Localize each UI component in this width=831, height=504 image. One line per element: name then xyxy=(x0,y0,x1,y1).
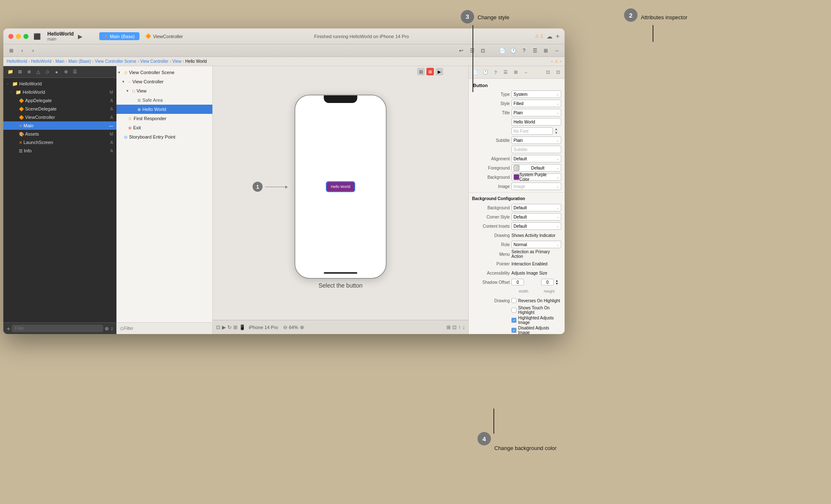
inspector-attr-btn[interactable]: ☰ xyxy=(530,46,539,55)
sidebar-debug-icon[interactable]: ● xyxy=(53,68,60,76)
checkbox-disabledadj[interactable]: ✓ xyxy=(511,328,516,333)
inspector-select-corner-style[interactable]: Default ⌄ xyxy=(511,213,561,221)
tab-viewcontroller[interactable]: 🔶 ViewController xyxy=(140,32,188,40)
canvas-tool-export[interactable]: ↓ xyxy=(462,324,465,330)
sidebar-vcs-icon[interactable]: ⊗ xyxy=(25,68,33,76)
sidebar-search-icon[interactable]: ⊠ xyxy=(16,68,23,76)
scene-item-vc-scene[interactable]: ▾ ⊙ View Controller Scene xyxy=(116,68,212,77)
shadow-width-field[interactable]: 0 xyxy=(511,279,524,285)
bc-prev-btn[interactable]: ‹ xyxy=(551,59,552,64)
tree-item-scenedelegate[interactable]: 🔶 SceneDelegate A xyxy=(3,105,116,113)
scene-filter-input[interactable] xyxy=(124,326,209,331)
add-button[interactable]: + xyxy=(556,33,560,40)
scene-item-fr[interactable]: ① First Responder xyxy=(116,114,212,123)
canvas-tool-3[interactable]: ▶ xyxy=(436,68,443,75)
scene-item-exit[interactable]: ⊗ Exit xyxy=(116,123,212,132)
scene-item-safearea[interactable]: ⊞ Safe Area xyxy=(116,95,212,105)
sort-btn[interactable]: ↕ xyxy=(111,326,113,332)
insp-btn-conn[interactable]: → xyxy=(521,68,530,77)
checkbox-reverses[interactable] xyxy=(511,298,516,303)
checkbox-highlightedadj[interactable]: ✓ xyxy=(511,318,516,323)
inspector-select-title[interactable]: Plain ⌄ xyxy=(511,109,561,116)
bc-5[interactable]: View Controller Scene xyxy=(95,59,136,64)
tree-item-main[interactable]: ✕ Main — xyxy=(3,121,116,130)
inspector-select-background[interactable]: System Purple Color ⌄ xyxy=(511,173,561,181)
shadow-height-field[interactable]: 0 xyxy=(541,279,554,285)
inspector-conn-btn[interactable]: → xyxy=(552,46,561,55)
shadow-stepper[interactable]: ▲ ▼ xyxy=(555,279,561,285)
bc-next-btn[interactable]: › xyxy=(560,59,561,64)
canvas-tool-1[interactable]: ⊡ xyxy=(417,68,425,75)
inspector-subtitle-input[interactable]: Subtitle xyxy=(511,146,561,153)
minimize-button[interactable] xyxy=(16,34,21,39)
sidebar-reports-icon[interactable]: ☰ xyxy=(71,68,79,76)
insp-btn-help[interactable]: ? xyxy=(491,68,500,77)
tree-item-viewcontroller[interactable]: 🔶 ViewController A xyxy=(3,113,116,121)
bc-6[interactable]: View Controller xyxy=(140,59,169,64)
tree-item-appdelegate[interactable]: 🔶 AppDelegate A xyxy=(3,96,116,105)
bc-1[interactable]: HelloWorld xyxy=(7,59,27,64)
canvas-tool-device[interactable]: 📱 xyxy=(239,324,245,330)
toolbar-btn-2[interactable]: ☰ xyxy=(467,46,477,55)
font-stepper[interactable]: ▲ ▼ xyxy=(555,127,561,135)
toolbar-btn-3[interactable]: ⊡ xyxy=(478,46,488,55)
inspector-select-foreground[interactable]: Default ⌄ xyxy=(511,164,561,172)
add-file-btn[interactable]: + xyxy=(7,325,10,332)
filter-options-btn[interactable]: ⊕ xyxy=(105,326,109,332)
canvas-tool-add[interactable]: ↑ xyxy=(458,324,461,330)
inspector-select-image[interactable]: Image ⌄ xyxy=(511,183,561,190)
bc-7[interactable]: View xyxy=(173,59,182,64)
file-filter-input[interactable] xyxy=(12,325,103,332)
inspector-select-bg-config[interactable]: Default ⌄ xyxy=(511,204,561,211)
sidebar-breakpoint-icon[interactable]: ⊕ xyxy=(62,68,70,76)
hello-world-button[interactable]: Hello World xyxy=(326,181,355,192)
tree-item-info[interactable]: ☰ Info A xyxy=(3,147,116,155)
inspector-select-role[interactable]: Normal ⌄ xyxy=(511,241,561,248)
tab-main-base[interactable]: ✕ Main (Base) xyxy=(99,32,139,40)
checkbox-showstouch[interactable] xyxy=(511,308,516,313)
insp-btn-size[interactable]: ⊞ xyxy=(511,68,520,77)
sidebar-test-icon[interactable]: ◇ xyxy=(44,68,51,76)
inspector-select-type[interactable]: System ⌄ xyxy=(511,90,561,98)
bc-4[interactable]: Main (Base) xyxy=(68,59,91,64)
bc-2[interactable]: HelloWorld xyxy=(31,59,52,64)
toolbar-btn-1[interactable]: ↩ xyxy=(457,46,466,55)
tree-item-launchscreen[interactable]: ✕ LaunchScreen A xyxy=(3,138,116,147)
maximize-button[interactable] xyxy=(23,34,28,39)
close-button[interactable] xyxy=(8,34,13,39)
canvas-tool-2[interactable]: ⊠ xyxy=(426,68,434,75)
canvas-tool-rotate[interactable]: ↻ xyxy=(227,324,232,330)
tree-item-helloworld[interactable]: ▾ 📁 HelloWorld M xyxy=(3,88,116,96)
scene-item-entry[interactable]: ⊙ Storyboard Entry Point xyxy=(116,132,212,141)
inspector-title-input[interactable]: Attributes inspector Hello World xyxy=(511,118,561,126)
sidebar-folder-icon[interactable]: 📁 xyxy=(7,68,14,76)
inspector-file-btn[interactable]: 📄 xyxy=(498,46,507,55)
inspector-size-btn[interactable]: ⊞ xyxy=(541,46,550,55)
tree-item-assets[interactable]: 🎨 Assets M xyxy=(3,130,116,138)
inspector-select-content-insets[interactable]: Default ⌄ xyxy=(511,222,561,230)
nav-grid-btn[interactable]: ⊞ xyxy=(7,46,16,55)
scene-item-view[interactable]: ▾ □ View xyxy=(116,86,212,95)
zoom-in-btn[interactable]: ⊕ xyxy=(300,324,304,330)
insp-btn-toggle-right[interactable]: ⊡ xyxy=(554,68,562,77)
inspector-font-field[interactable]: No Font xyxy=(511,127,553,135)
sidebar-toggle-icon[interactable]: ⬛ xyxy=(34,33,41,40)
inspector-select-subtitle[interactable]: Plain ⌄ xyxy=(511,136,561,144)
canvas-tool-play[interactable]: ▶ xyxy=(222,324,226,330)
inspector-help-btn[interactable]: ? xyxy=(519,46,529,55)
inspector-select-alignment[interactable]: Default ⌄ xyxy=(511,155,561,162)
zoom-out-btn[interactable]: ⊖ xyxy=(283,324,287,330)
scene-item-button[interactable]: ⊕ Hello World xyxy=(116,105,212,114)
canvas-tool-fit[interactable]: ⊞ xyxy=(233,324,237,330)
nav-forward-btn[interactable]: › xyxy=(28,46,38,55)
scene-item-vc[interactable]: ▾ ○ View Controller xyxy=(116,77,212,86)
canvas-tool-link[interactable]: ⊞ xyxy=(446,324,451,330)
sidebar-warn-icon[interactable]: △ xyxy=(34,68,42,76)
insp-btn-attr[interactable]: ☰ xyxy=(501,68,510,77)
run-button[interactable]: ▶ xyxy=(78,33,83,40)
insp-btn-clock[interactable]: 🕐 xyxy=(481,68,490,77)
inspector-clock-btn[interactable]: 🕐 xyxy=(508,46,518,55)
nav-back-btn[interactable]: ‹ xyxy=(18,46,27,55)
insp-btn-toggle-left[interactable]: ⊡ xyxy=(544,68,552,77)
tree-item-root[interactable]: ▾ 📁 HelloWorld xyxy=(3,80,116,88)
